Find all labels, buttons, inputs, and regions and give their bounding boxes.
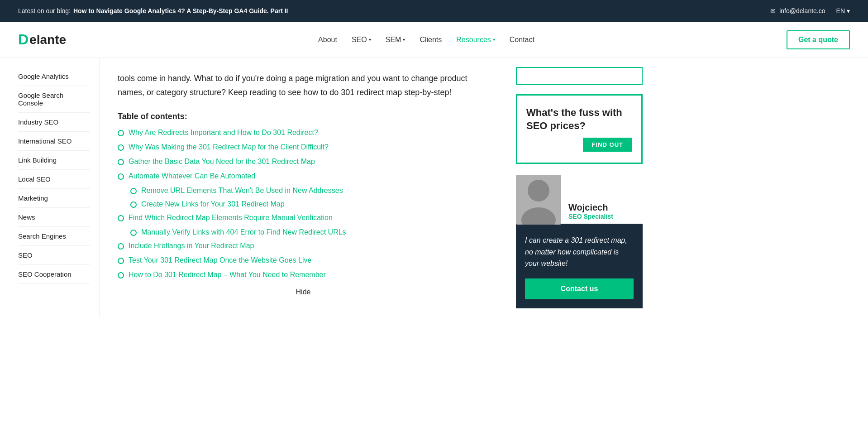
circle-icon [118,130,124,136]
circle-icon [130,202,137,208]
list-item: Automate Whatever Can Be Automated Remov… [118,172,489,208]
expert-quote: I can create a 301 redirect map, no matt… [525,235,634,269]
list-item: Include Hreflangs in Your Redirect Map [118,242,489,250]
sidebar-item-seo-cooperation[interactable]: SEO Cooperation [18,265,90,284]
toc-label: Table of contents: [118,112,489,121]
nav-contact[interactable]: Contact [510,36,534,44]
circle-icon [130,188,137,194]
right-panel: What's the fuss with SEO prices? FIND OU… [507,58,652,317]
toc-sub-list: Manually Verify Links with 404 Error to … [118,228,489,236]
nav-about[interactable]: About [318,36,337,44]
subscribe-box [516,67,643,85]
list-item: Find Which Redirect Map Elements Require… [118,214,489,236]
list-item: Why Are Redirects Important and How to D… [118,129,489,137]
email-icon: ✉ [770,7,776,14]
list-item: Gather the Basic Data You Need for the 3… [118,158,489,166]
sidebar-item-industry-seo[interactable]: Industry SEO [18,113,90,132]
logo-text: elante [29,33,66,47]
nav-seo[interactable]: SEO ▾ [352,36,371,44]
lang-label: EN [836,7,845,14]
contact-us-button[interactable]: Contact us [525,278,634,299]
main-content: tools come in handy. What to do if you'r… [100,58,507,317]
toc-link-test-redirect[interactable]: Test Your 301 Redirect Map Once the Webs… [129,256,311,264]
toc-link-hreflangs[interactable]: Include Hreflangs in Your Redirect Map [129,242,254,250]
svg-point-1 [528,180,549,202]
blog-prefix: Latest on our blog: [18,7,71,14]
toc-sub-list: Remove URL Elements That Won't Be Used i… [118,187,489,208]
list-item: Manually Verify Links with 404 Error to … [130,228,489,236]
expert-top: Wojciech SEO Specialist [516,175,643,225]
seo-prices-box: What's the fuss with SEO prices? FIND OU… [516,94,643,164]
toc-link-what-to-remember[interactable]: How to Do 301 Redirect Map – What You Ne… [129,271,326,279]
list-item: How to Do 301 Redirect Map – What You Ne… [118,271,489,279]
sidebar-item-local-seo[interactable]: Local SEO [18,170,90,189]
email-contact: ✉ info@delante.co [770,7,825,14]
nav-clients[interactable]: Clients [420,36,442,44]
sidebar: Google Analytics Google Search Console I… [0,58,100,317]
toc-link-remove-url[interactable]: Remove URL Elements That Won't Be Used i… [141,187,343,195]
toc-link-manually-verify[interactable]: Manually Verify Links with 404 Error to … [141,228,346,236]
nav-resources[interactable]: Resources ▾ [456,36,495,44]
main-layout: Google Analytics Google Search Console I… [0,58,868,317]
hide-toc-link[interactable]: Hide [118,288,489,296]
nav-sem[interactable]: SEM ▾ [386,36,405,44]
language-selector[interactable]: EN ▾ [836,7,850,14]
chevron-down-icon: ▾ [493,37,495,42]
get-quote-button[interactable]: Get a quote [787,30,850,49]
intro-text: tools come in handy. What to do if you'r… [118,72,489,99]
chevron-down-icon: ▾ [847,7,850,14]
top-bar-right: ✉ info@delante.co EN ▾ [770,7,850,14]
sidebar-item-google-search-console[interactable]: Google Search Console [18,86,90,113]
sidebar-item-news[interactable]: News [18,208,90,227]
sidebar-item-google-analytics[interactable]: Google Analytics [18,67,90,86]
seo-prices-title: What's the fuss with SEO prices? [526,106,632,132]
circle-icon [130,230,137,236]
circle-icon [118,173,124,180]
top-bar: Latest on our blog: How to Navigate Goog… [0,0,868,22]
toc-link-automate[interactable]: Automate Whatever Can Be Automated [129,172,255,180]
toc-link-find-which[interactable]: Find Which Redirect Map Elements Require… [129,214,333,222]
expert-title: SEO Specialist [568,213,613,220]
logo-d: D [18,31,29,48]
expert-info: Wojciech SEO Specialist [568,202,613,225]
toc-link-client-difficult[interactable]: Why Was Making the 301 Redirect Map for … [129,143,329,151]
sidebar-item-link-building[interactable]: Link Building [18,151,90,170]
list-item: Remove URL Elements That Won't Be Used i… [130,187,489,195]
nav-links: About SEO ▾ SEM ▾ Clients Resources ▾ Co… [318,36,534,44]
table-of-contents: Why Are Redirects Important and How to D… [118,129,489,279]
blog-title[interactable]: How to Navigate Google Analytics 4? A St… [73,7,288,14]
circle-icon [118,159,124,165]
sidebar-item-seo[interactable]: SEO [18,246,90,265]
toc-link-gather-data[interactable]: Gather the Basic Data You Need for the 3… [129,158,315,166]
list-item: Test Your 301 Redirect Map Once the Webs… [118,256,489,264]
chevron-down-icon: ▾ [369,37,371,42]
toc-link-create-links[interactable]: Create New Links for Your 301 Redirect M… [141,200,285,208]
blog-announcement: Latest on our blog: How to Navigate Goog… [18,7,288,14]
sidebar-item-marketing[interactable]: Marketing [18,189,90,208]
avatar [516,175,561,225]
circle-icon [118,144,124,151]
toc-link-redirects-important[interactable]: Why Are Redirects Important and How to D… [129,129,318,137]
chevron-down-icon: ▾ [403,37,405,42]
list-item: Why Was Making the 301 Redirect Map for … [118,143,489,151]
sidebar-item-search-engines[interactable]: Search Engines [18,227,90,246]
expert-card: Wojciech SEO Specialist I can create a 3… [516,175,643,308]
sidebar-item-international-seo[interactable]: International SEO [18,132,90,151]
email-address: info@delante.co [779,7,825,14]
circle-icon [118,258,124,264]
list-item: Create New Links for Your 301 Redirect M… [130,200,489,208]
expert-name: Wojciech [568,202,613,213]
circle-icon [118,272,124,278]
main-nav: D elante About SEO ▾ SEM ▾ Clients Resou… [0,22,868,58]
circle-icon [118,215,124,221]
logo[interactable]: D elante [18,31,66,48]
find-out-button[interactable]: FIND OUT [583,138,632,152]
circle-icon [118,243,124,249]
expert-body: I can create a 301 redirect map, no matt… [516,224,643,308]
